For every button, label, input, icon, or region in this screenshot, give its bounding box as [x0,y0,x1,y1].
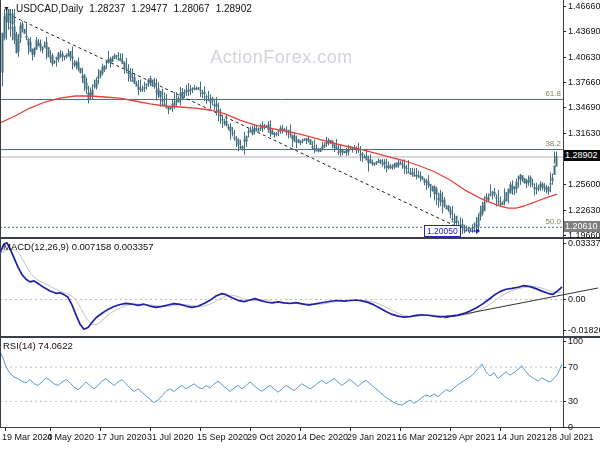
fib-level-label: 50.0 [545,217,561,226]
rsi-axis-label: 100 [568,336,583,346]
rsi-indicator-label: RSI(14) 74.0622 [3,340,73,351]
price-axis-label: 1.37660 [568,77,600,87]
ohlc-close: 1.28902 [216,3,252,14]
macd-axis-label: -0.018262 [568,325,600,335]
date-axis-label: 4 May 2020 [47,432,94,442]
date-axis-label: 28 Jul 2021 [547,432,594,442]
current-price-tag: 1.28902 [564,150,600,161]
date-axis-label: 29 Oct 2020 [247,432,296,442]
macd-indicator-label: MACD(12,26,9) 0.007158 0.003357 [3,241,154,252]
rsi-panel[interactable] [0,338,563,427]
ohlc-open: 1.28237 [89,3,125,14]
price-axis-label: 1.25600 [568,179,600,189]
price-axis-label: 1.34690 [568,102,600,112]
date-axis-label: 29 Apr 2021 [447,432,496,442]
ohlc-low: 1.28067 [173,3,209,14]
watermark: ActionForex.com [0,47,563,68]
fib-level-label: 61.8 [545,89,561,98]
price-axis-label: 1.40630 [568,52,600,62]
date-axis-label: 14 Jun 2021 [497,432,547,442]
mt4-chart-window: ActionForex.com ▼ USDCAD,Daily 1.28237 1… [0,0,600,450]
date-axis-label: 14 Dec 2020 [297,432,348,442]
price-axis-label: 1.31630 [568,128,600,138]
rsi-axis-label: 0 [568,422,573,432]
price-axis-label: 1.22630 [568,205,600,215]
date-axis-label: 31 Jul 2020 [147,432,194,442]
chevron-down-icon[interactable]: ▼ [3,4,10,14]
rsi-axis-label: 70 [568,362,578,372]
date-axis-label: 15 Sep 2020 [197,432,248,442]
price-panel[interactable] [0,0,563,237]
macd-axis-label: 0.00 [568,294,586,304]
chart-title-bar: ▼ USDCAD,Daily 1.28237 1.29477 1.28067 1… [3,3,252,14]
date-axis-label: 19 Mar 2020 [2,432,53,442]
date-axis-label: 16 Mar 2021 [397,432,448,442]
price-axis-label: 1.43690 [568,26,600,36]
price-axis-label: 1.46660 [568,1,600,11]
macd-panel[interactable] [0,239,563,336]
macd-axis-label: 0.03337 [568,238,600,248]
fib-level-label: 38.2 [545,139,561,148]
symbol-timeframe-label: USDCAD,Daily [16,3,83,14]
low-price-marker: 1.20050 [424,225,461,237]
ohlc-high: 1.29477 [131,3,167,14]
date-axis-label: 17 Jun 2020 [97,432,147,442]
rsi-axis-label: 30 [568,396,578,406]
date-axis-label: 29 Jan 2021 [347,432,397,442]
